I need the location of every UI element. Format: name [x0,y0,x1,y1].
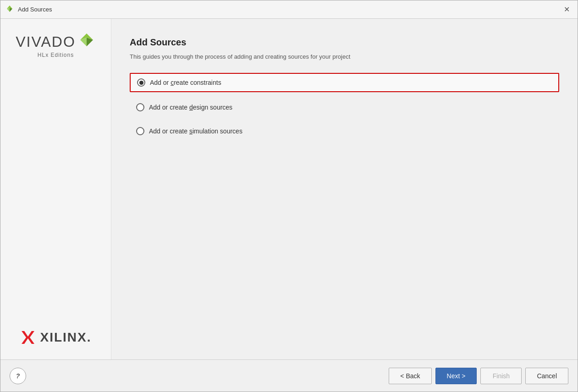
help-button[interactable]: ? [10,368,26,384]
titlebar: Add Sources ✕ [0,0,578,19]
back-button[interactable]: < Back [389,368,431,384]
xilinx-text: XILINX. [40,330,91,345]
panel-title: Add Sources [130,37,559,48]
vivado-text: VIVADO [16,33,96,51]
main-window: Add Sources ✕ VIVADO [0,0,578,392]
svg-marker-5 [80,38,87,46]
xilinx-logo: XILINX. [20,329,91,346]
sidebar: VIVADO HLx Editions XILINX [0,19,111,359]
option-constraints-label: Add or create constraints [150,79,221,86]
titlebar-icon [5,5,14,14]
radio-design[interactable] [136,103,144,111]
bottom-bar: ? < Back Next > Finish Cancel [0,359,578,392]
svg-marker-6 [22,331,34,344]
vivado-leaf-icon [77,33,96,51]
sidebar-top: VIVADO HLx Editions [16,33,96,58]
vivado-logo: VIVADO HLx Editions [16,33,96,58]
main-content: VIVADO HLx Editions XILINX [0,19,578,359]
vivado-hlx-label: HLx Editions [38,52,74,58]
cancel-button[interactable]: Cancel [525,368,568,384]
radio-constraints[interactable] [137,78,145,87]
option-constraints[interactable]: Add or create constraints [130,73,559,92]
right-panel: Add Sources This guides you through the … [111,19,578,359]
option-simulation[interactable]: Add or create simulation sources [130,122,559,140]
bottom-buttons: < Back Next > Finish Cancel [389,368,568,384]
radio-group: Add or create constraints Add or create … [130,73,559,140]
svg-marker-4 [87,38,93,46]
option-design-label: Add or create design sources [149,104,232,111]
option-simulation-label: Add or create simulation sources [149,127,242,135]
titlebar-title: Add Sources [18,6,560,13]
option-design[interactable]: Add or create design sources [130,99,559,116]
next-button[interactable]: Next > [435,368,477,384]
close-button[interactable]: ✕ [560,3,573,16]
finish-button[interactable]: Finish [480,368,522,384]
panel-subtitle: This guides you through the process of a… [130,53,559,60]
xilinx-icon [20,329,36,346]
radio-simulation[interactable] [136,127,144,135]
